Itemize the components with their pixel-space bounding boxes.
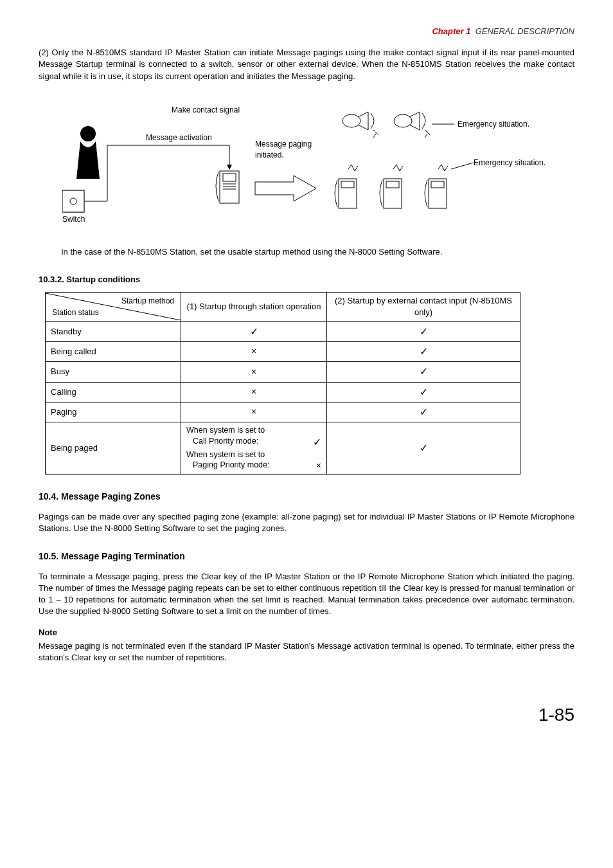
col2-head: (2) Startup by external contact input (N… <box>327 293 520 321</box>
line1b: Call Priority mode: <box>186 436 258 449</box>
cell <box>327 362 520 382</box>
svg-point-2 <box>70 198 76 204</box>
svg-rect-23 <box>386 181 399 188</box>
post-diagram-text: In the case of the N-8510MS Station, set… <box>61 246 574 258</box>
row-label: Being paged <box>46 422 181 475</box>
line2: When system is set to <box>186 449 321 460</box>
note-head: Note <box>39 627 574 638</box>
row-label: Calling <box>46 382 181 402</box>
cross-icon <box>316 460 321 471</box>
svg-rect-9 <box>223 174 236 181</box>
row-label: Paging <box>46 402 181 422</box>
row-label: Busy <box>46 362 181 382</box>
cell <box>327 341 520 361</box>
chapter-label: Chapter 1 <box>432 26 470 36</box>
check-icon <box>420 367 428 377</box>
cross-icon <box>251 367 256 377</box>
cross-icon <box>251 407 256 417</box>
svg-line-15 <box>373 134 376 138</box>
row-label: Standby <box>46 321 181 341</box>
section-105-head: 10.5. Message Paging Termination <box>39 550 574 563</box>
cell <box>327 382 520 402</box>
svg-rect-1 <box>62 190 84 212</box>
cell <box>181 321 327 341</box>
cell <box>181 341 327 361</box>
cell <box>181 382 327 402</box>
section-104-head: 10.4. Message Paging Zones <box>39 491 574 503</box>
para-104: Pagings can be made over any specified p… <box>39 511 574 534</box>
label-make-contact: Make contact signal <box>172 105 240 116</box>
svg-point-16 <box>394 114 412 127</box>
section-1032-head: 10.3.2. Startup conditions <box>39 274 574 285</box>
check-icon <box>420 444 428 453</box>
line1: When system is set to <box>186 425 321 435</box>
check-icon <box>313 436 321 449</box>
col1-head: (1) Startup through station operation <box>181 293 327 321</box>
svg-point-13 <box>342 114 360 127</box>
cell <box>181 402 327 422</box>
paragraph-2: (2) Only the N-8510MS standard IP Master… <box>39 47 574 82</box>
chapter-title: GENERAL DESCRIPTION <box>475 26 574 36</box>
page-header: Chapter 1 GENERAL DESCRIPTION <box>39 26 574 37</box>
svg-line-18 <box>425 134 427 138</box>
label-message-activation: Message activation <box>146 132 212 143</box>
label-emergency-2: Emergency situation. <box>474 158 546 168</box>
line2b: Paging Priority mode: <box>186 460 270 471</box>
cell <box>327 321 520 341</box>
startup-conditions-table: Startup method Station status (1) Startu… <box>45 292 520 475</box>
cross-icon <box>251 347 256 356</box>
check-icon <box>250 327 258 337</box>
check-icon <box>420 347 428 357</box>
cell <box>181 362 327 382</box>
svg-rect-21 <box>341 181 354 188</box>
cell-being-paged-c1: When system is set to Call Priority mode… <box>181 422 327 475</box>
head-station-status: Station status <box>52 307 99 318</box>
message-paging-diagram: Make contact signal Message activation M… <box>62 95 551 237</box>
check-icon <box>420 408 428 417</box>
check-icon <box>420 327 428 337</box>
svg-line-26 <box>451 163 474 169</box>
page-number: 1-85 <box>39 702 574 727</box>
label-emergency-1: Emergency situation. <box>458 119 529 130</box>
label-switch: Switch <box>62 214 85 225</box>
row-label: Being called <box>46 341 181 361</box>
head-startup-method: Startup method <box>121 296 174 307</box>
cell <box>327 402 520 422</box>
label-message-paging: Message paging initiated. <box>255 139 326 161</box>
table-diag-head: Startup method Station status <box>46 293 181 320</box>
cell <box>327 422 520 475</box>
svg-rect-25 <box>431 181 444 188</box>
svg-point-0 <box>80 126 96 141</box>
svg-marker-7 <box>227 165 232 170</box>
cross-icon <box>251 387 256 397</box>
note-body: Message paging is not terminated even if… <box>39 640 574 664</box>
check-icon <box>420 388 428 397</box>
para-105: To terminate a Message paging, press the… <box>39 571 574 618</box>
